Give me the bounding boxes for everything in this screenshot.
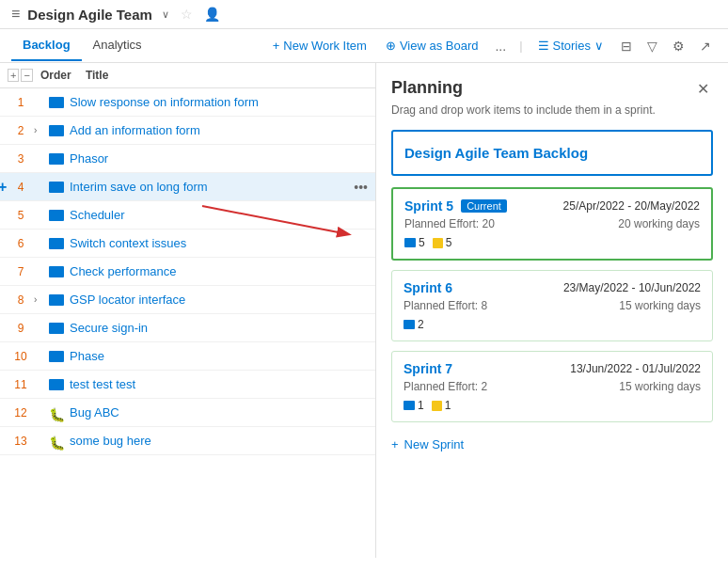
work-item-title[interactable]: Scheduler <box>70 208 368 222</box>
add-item-icon[interactable]: + <box>0 179 7 196</box>
sprint-working-days: 15 working days <box>619 299 701 312</box>
story-chip: 1 <box>404 399 424 412</box>
task-count: 5 <box>446 236 452 249</box>
sprint-card[interactable]: Sprint 6 23/May/2022 - 10/Jun/2022 Plann… <box>391 270 713 341</box>
tab-analytics[interactable]: Analytics <box>82 30 153 61</box>
story-icon-chip <box>404 320 415 329</box>
close-button[interactable]: ✕ <box>693 78 713 100</box>
bug-icon: 🐛 <box>49 435 64 447</box>
planning-title: Planning <box>391 78 463 98</box>
tab-backlog[interactable]: Backlog <box>11 30 82 61</box>
table-row: 11 test test test <box>0 371 375 399</box>
more-actions-button[interactable]: ... <box>489 35 512 57</box>
work-item-title[interactable]: Switch context issues <box>70 236 368 250</box>
work-item-title[interactable]: Phasor <box>70 151 368 166</box>
story-icon <box>49 238 64 249</box>
sprint-effort-group: Planned Effort: 8 2 <box>404 299 487 331</box>
main-content: + − Order Title 1 Slow response on infor… <box>0 63 728 558</box>
sprint-current-badge: Current <box>461 199 507 213</box>
row-number: 8 <box>8 293 34 307</box>
work-item-title[interactable]: Bug ABC <box>70 405 368 420</box>
row-number: 12 <box>8 406 34 420</box>
table-row: + 4 Interim save on long form ••• <box>0 173 375 201</box>
work-item-title[interactable]: Check performance <box>70 264 368 278</box>
project-title: Design Agile Team <box>27 7 152 23</box>
work-item-title[interactable]: test test test <box>70 377 368 391</box>
work-item-title[interactable]: Secure sign-in <box>70 321 368 335</box>
collapse-all-icon[interactable]: − <box>21 69 32 82</box>
table-row: 3 Phasor <box>0 145 375 173</box>
story-chip: 2 <box>404 318 424 331</box>
board-icon: ⊕ <box>386 39 396 53</box>
sprint-dates: 13/Jun/2022 - 01/Jul/2022 <box>570 362 701 375</box>
table-row: 9 Secure sign-in <box>0 314 375 342</box>
row-number: 3 <box>8 152 34 166</box>
sprint-header: Sprint 7 13/Jun/2022 - 01/Jul/2022 <box>404 361 701 376</box>
row-number: 2 <box>8 124 34 137</box>
table-row: 5 Scheduler <box>0 201 375 230</box>
expand-button[interactable]: ↗ <box>694 35 717 57</box>
backlog-header: + − Order Title <box>0 63 375 88</box>
new-work-item-button[interactable]: + New Work Item <box>265 35 374 56</box>
nav-actions: + New Work Item ⊕ View as Board ... | ☰ … <box>265 35 717 57</box>
project-dropdown-arrow[interactable]: ∨ <box>162 8 169 21</box>
stories-dropdown-button[interactable]: ☰ Stories ∨ <box>530 35 611 56</box>
sprint-items: 1 1 <box>404 399 487 412</box>
work-item-title[interactable]: Phase <box>70 349 368 363</box>
row-expand-icon[interactable]: › <box>34 125 49 135</box>
story-icon-chip <box>404 238 416 247</box>
sprint-card[interactable]: Sprint 5 Current 25/Apr/2022 - 20/May/20… <box>391 187 713 261</box>
stories-chevron-icon: ∨ <box>594 39 604 53</box>
sprint-meta: Planned Effort: 20 5 5 20 working days <box>404 217 700 249</box>
new-sprint-button[interactable]: + New Sprint <box>391 432 464 457</box>
view-as-board-button[interactable]: ⊕ View as Board <box>378 35 486 56</box>
story-count: 5 <box>419 236 425 249</box>
menu-icon[interactable]: ≡ <box>11 6 20 23</box>
sprint-name: Sprint 6 <box>404 280 452 295</box>
backlog-card[interactable]: Design Agile Team Backlog <box>391 130 713 176</box>
expand-all-icon[interactable]: + <box>8 69 19 82</box>
table-row: 8 › GSP locator interface <box>0 286 375 314</box>
work-item-title[interactable]: some bug here <box>70 434 368 448</box>
sprint-name-group: Sprint 5 Current <box>404 198 507 214</box>
story-icon <box>49 125 64 136</box>
table-row: 10 Phase <box>0 342 375 371</box>
story-icon <box>49 153 64 165</box>
filter-button[interactable]: ▽ <box>641 35 663 57</box>
sprint-name: Sprint 5 <box>404 198 453 214</box>
team-members-icon[interactable]: 👤 <box>204 7 220 22</box>
task-chip: 5 <box>433 236 452 249</box>
row-number: 13 <box>8 435 34 448</box>
sprint-effort: Planned Effort: 20 <box>404 217 495 230</box>
backlog-panel: + − Order Title 1 Slow response on infor… <box>0 63 376 558</box>
bug-icon: 🐛 <box>49 407 64 419</box>
work-item-title[interactable]: Slow response on information form <box>70 95 368 109</box>
sprint-meta: Planned Effort: 8 2 15 working days <box>404 299 701 331</box>
settings-button[interactable]: ⚙ <box>667 35 690 57</box>
work-item-title[interactable]: Add an information form <box>70 123 368 137</box>
row-number: 4 <box>8 181 34 194</box>
work-item-title[interactable]: Interim save on long form <box>70 180 350 194</box>
story-icon <box>49 266 64 277</box>
planning-description: Drag and drop work items to include them… <box>391 103 713 117</box>
row-context-menu[interactable]: ••• <box>354 180 368 195</box>
row-number: 11 <box>8 378 34 391</box>
plus-icon: + <box>273 39 280 53</box>
table-row: 1 Slow response on information form <box>0 88 375 117</box>
task-chip: 1 <box>432 399 451 412</box>
row-number: 1 <box>8 96 34 109</box>
separator: | <box>519 39 522 53</box>
sprint-card[interactable]: Sprint 7 13/Jun/2022 - 01/Jul/2022 Plann… <box>391 351 713 422</box>
sprint-items: 5 5 <box>404 236 495 249</box>
table-row: 12 🐛 Bug ABC <box>0 399 375 427</box>
view-as-board-label: View as Board <box>400 39 479 53</box>
column-settings-button[interactable]: ⊟ <box>615 35 638 57</box>
favorite-icon[interactable]: ☆ <box>181 7 193 22</box>
row-expand-icon[interactable]: › <box>34 294 49 305</box>
row-number: 5 <box>8 209 34 222</box>
task-icon-chip <box>433 238 443 248</box>
story-icon <box>49 351 64 362</box>
story-icon <box>49 97 64 108</box>
story-count: 1 <box>418 399 424 412</box>
work-item-title[interactable]: GSP locator interface <box>70 293 368 307</box>
